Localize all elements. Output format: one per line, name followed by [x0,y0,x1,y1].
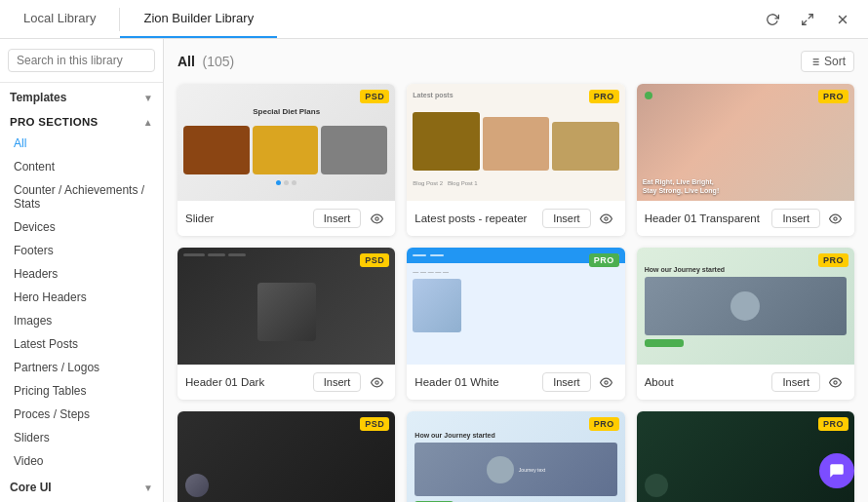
nav-white-1 [413,254,426,256]
nav-dot-1 [183,253,205,256]
insert-button-slider[interactable]: Insert [313,209,362,228]
tab-local-library[interactable]: Local Library [0,0,119,38]
insert-button-header-transparent[interactable]: Insert [771,209,820,228]
blog-item-3 [552,122,618,171]
search-input-wrap[interactable]: 🔍 [8,49,155,72]
food-item-1 [183,126,250,174]
card-label-slider: Slider [185,212,214,224]
sidebar-item-partners-logos[interactable]: Partners / Logos [0,356,163,379]
card-thumb-header-white: PRO — — — — — [407,248,624,365]
sort-icon [809,57,820,67]
badge-pro-journey: PRO [589,417,619,431]
green-dot [645,92,652,99]
preview-button-slider[interactable] [366,208,387,229]
card-actions-header-white: Insert [542,371,617,393]
tab-zion-builder[interactable]: Zion Builder Library [120,0,277,38]
templates-section-header[interactable]: Templates ▼ [0,83,163,110]
sidebar-item-images[interactable]: Images [0,309,163,332]
core-ui-chevron: ▼ [143,483,153,493]
badge-psd-dark1: PSD [360,417,389,431]
svg-point-11 [605,216,608,219]
food-item-2 [253,126,319,174]
insert-button-about[interactable]: Insert [771,372,820,392]
badge-pro-dark-green: PRO [818,417,848,431]
preview-button-latest-posts[interactable] [596,208,617,229]
sidebar-item-content[interactable]: Content [0,155,163,178]
badge-pro-about: PRO [818,253,848,267]
insert-button-header-dark[interactable]: Insert [313,372,362,392]
card-slider: PSD Special Diet Plans Slider [178,84,395,236]
sort-button[interactable]: Sort [801,51,854,72]
dot-3 [292,180,296,185]
hero-img-dark [257,283,316,341]
journey-title: How our Journey started [645,266,847,273]
insert-button-latest-posts[interactable]: Insert [542,209,591,228]
sidebar-item-devices[interactable]: Devices [0,215,163,239]
preview-button-header-dark[interactable] [366,371,387,393]
eye-icon-3 [829,212,842,225]
white-body: — — — — — [407,263,624,365]
top-bar-actions [759,6,868,33]
badge-psd: PSD [360,90,389,103]
content-header: All (105) Sort [178,51,854,72]
card-dark-green: PRO Where Data and CreativityCome Togeth… [637,411,854,502]
card-latest-posts: PRO Latest posts Blog Post 2 Blog Post 1… [407,84,624,236]
close-icon [836,13,849,26]
card-actions-latest-posts: Insert [542,208,617,229]
blog-item-2 [483,117,549,171]
content-count: (105) [203,54,235,69]
templates-label: Templates [10,91,66,104]
chat-bubble[interactable] [819,453,854,488]
eye-icon-2 [600,212,612,225]
sidebar-item-footers[interactable]: Footers [0,239,163,262]
card-journey-started: PRO How our Journey started Journey text [407,411,624,502]
sidebar-item-headers[interactable]: Headers [0,262,163,286]
sidebar-item-sliders[interactable]: Sliders [0,426,163,449]
close-button[interactable] [829,6,856,33]
pro-sections-chevron: ▲ [143,117,153,128]
pro-sections-label: PRO Sections [10,116,99,128]
pro-sections-header[interactable]: PRO Sections ▲ [0,110,163,132]
sidebar-item-video[interactable]: Video [0,449,163,473]
card-actions-header-dark: Insert [313,371,388,393]
card-label-header-transparent: Header 01 Transparent [645,212,760,224]
insert-button-header-white[interactable]: Insert [542,372,591,392]
svg-point-15 [834,380,837,383]
badge-pro-header-transparent: PRO [818,90,848,103]
white-img-1 [413,279,461,332]
slider-title: Special Diet Plans [178,104,395,118]
card-thumb-header-transparent: PRO Eat Right, Live Bright,Stay Strong, … [637,84,854,201]
sidebar-item-process-steps[interactable]: Proces / Steps [0,403,163,426]
card-footer-header-dark: Header 01 Dark Insert [178,365,395,400]
sidebar-item-counter[interactable]: Counter / Achievements / Stats [0,178,163,215]
svg-point-14 [605,380,608,383]
card-footer-about: About Insert [637,365,854,400]
dot-2 [284,180,289,185]
svg-point-13 [375,380,378,383]
card-thumb-dark-1: PSD Where Data and CreativityCome Togeth… [178,411,395,502]
fullscreen-button[interactable] [794,6,821,33]
preview-button-header-white[interactable] [596,371,617,393]
nav-dot-2 [208,253,225,256]
refresh-button[interactable] [759,6,786,33]
content-title-wrap: All (105) [178,54,234,69]
sidebar-item-all[interactable]: All [0,132,163,155]
badge-pro-white: PRO [589,253,619,267]
sidebar-item-hero-headers[interactable]: Hero Headers [0,286,163,309]
journey-title-2: How our Journey started [414,432,616,439]
preview-button-header-transparent[interactable] [825,208,847,229]
templates-chevron: ▼ [143,93,153,103]
card-header-dark: PSD Header 01 Dark [178,248,395,400]
search-input[interactable] [17,54,163,67]
white-img-row [413,279,618,332]
sidebar-item-pricing-tables[interactable]: Pricing Tables [0,379,163,403]
nav-dark [183,253,389,256]
core-ui-section-header[interactable]: Core UI ▼ [0,473,163,500]
eye-icon-6 [829,376,842,389]
sidebar-item-latest-posts[interactable]: Latest Posts [0,332,163,356]
preview-button-about[interactable] [825,371,847,393]
journey-img [645,277,847,335]
card-dark-creativity-1: PSD Where Data and CreativityCome Togeth… [178,411,395,502]
search-box: 🔍 [0,39,163,83]
card-label-header-dark: Header 01 Dark [185,376,264,388]
